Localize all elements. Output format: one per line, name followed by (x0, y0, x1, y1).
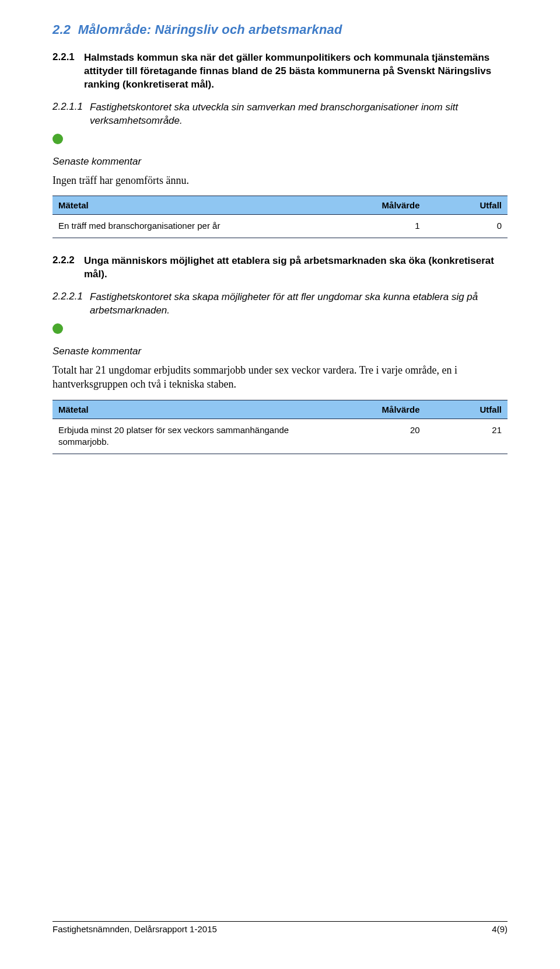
heading-2-2-2: 2.2.2 Unga människors möjlighet att etab… (52, 255, 508, 281)
td-outcome: 21 (426, 419, 508, 454)
heading-2-2-suffix: Näringsliv och arbetsmarknad (155, 22, 342, 37)
latest-comment-body: Ingen träff har genomförts ännu. (52, 173, 508, 187)
metrics-table-2-2-2-1: Mätetal Målvärde Utfall Erbjuda minst 20… (52, 400, 508, 455)
table-header-row: Mätetal Målvärde Utfall (52, 196, 508, 214)
metrics-table-2-2-1-1: Mätetal Målvärde Utfall En träff med bra… (52, 196, 508, 238)
heading-2-2-2-1: 2.2.2.1 Fastighetskontoret ska skapa möj… (52, 291, 508, 318)
heading-2-2-1-1-text: Fastighetskontoret ska utveckla sin samv… (90, 101, 508, 128)
heading-2-2-2-1-number: 2.2.2.1 (52, 291, 90, 318)
page: 2.2 Målområde: Näringsliv och arbetsmark… (0, 0, 560, 969)
status-dot-green (52, 323, 63, 334)
td-target: 1 (344, 214, 425, 238)
heading-2-2: 2.2 Målområde: Näringsliv och arbetsmark… (52, 22, 508, 37)
heading-2-2-1: 2.2.1 Halmstads kommun ska när det gälle… (52, 51, 508, 92)
th-metric: Mätetal (52, 196, 344, 214)
th-outcome: Utfall (426, 400, 508, 419)
td-metric: En träff med branschorganisationer per å… (52, 214, 344, 238)
footer-right: 4(9) (492, 924, 508, 934)
heading-2-2-prefix: Målområde: (78, 22, 151, 37)
table-row: En träff med branschorganisationer per å… (52, 214, 508, 238)
page-footer: Fastighetsnämnden, Delårsrapport 1-2015 … (52, 921, 508, 934)
th-outcome: Utfall (426, 196, 508, 214)
th-metric: Mätetal (52, 400, 344, 419)
heading-2-2-number: 2.2 (52, 22, 71, 37)
latest-comment-label: Senaste kommentar (52, 156, 508, 168)
table-header-row: Mätetal Målvärde Utfall (52, 400, 508, 419)
latest-comment-label: Senaste kommentar (52, 346, 508, 357)
td-metric: Erbjuda minst 20 platser för sex veckors… (52, 419, 344, 454)
heading-2-2-1-text: Halmstads kommun ska när det gäller komm… (84, 51, 508, 92)
heading-2-2-1-1: 2.2.1.1 Fastighetskontoret ska utveckla … (52, 101, 508, 128)
heading-2-2-2-number: 2.2.2 (52, 255, 84, 281)
th-target: Målvärde (344, 400, 425, 419)
th-target: Målvärde (344, 196, 425, 214)
heading-2-2-1-number: 2.2.1 (52, 51, 84, 92)
heading-2-2-1-1-number: 2.2.1.1 (52, 101, 90, 128)
heading-2-2-2-text: Unga människors möjlighet att etablera s… (84, 255, 508, 281)
td-target: 20 (344, 419, 425, 454)
table-row: Erbjuda minst 20 platser för sex veckors… (52, 419, 508, 454)
td-outcome: 0 (426, 214, 508, 238)
footer-left: Fastighetsnämnden, Delårsrapport 1-2015 (52, 924, 217, 934)
heading-2-2-2-1-text: Fastighetskontoret ska skapa möjligheter… (90, 291, 508, 318)
status-dot-green (52, 134, 63, 144)
latest-comment-body: Totalt har 21 ungdomar erbjudits sommarj… (52, 363, 508, 392)
